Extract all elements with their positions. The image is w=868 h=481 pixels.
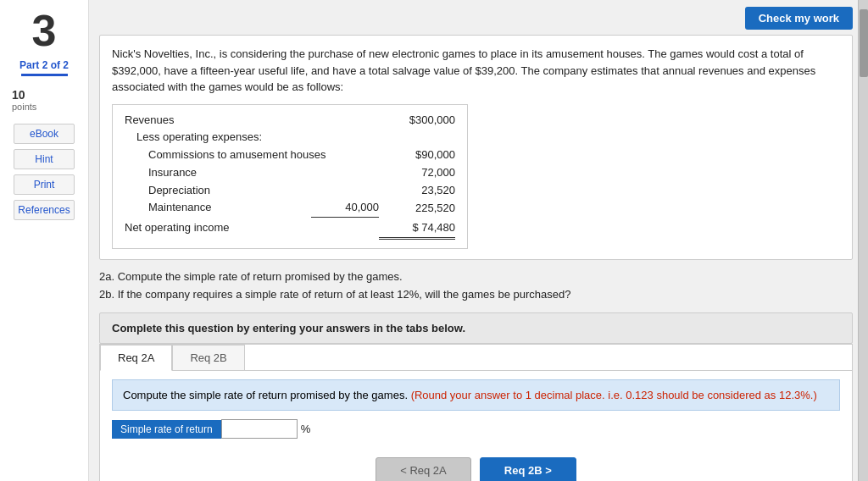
hint-button[interactable]: Hint	[14, 149, 75, 169]
scrollbar-thumb[interactable]	[860, 9, 868, 77]
financial-table: Revenues $300,000 Less operating expense…	[112, 104, 468, 250]
revenues-amount: $300,000	[387, 112, 455, 130]
prev-button[interactable]: < Req 2A	[376, 457, 471, 481]
instruction-line1: 2a. Compute the simple rate of return pr…	[99, 268, 853, 286]
input-label: Simple rate of return	[112, 420, 221, 439]
scrollbar[interactable]	[858, 0, 868, 481]
less-expenses-row: Less operating expenses:	[125, 129, 455, 147]
next-button[interactable]: Req 2B >	[480, 457, 576, 481]
info-red: (Round your answer to 1 decimal place. i…	[411, 389, 817, 401]
print-button[interactable]: Print	[14, 174, 75, 195]
ebook-button[interactable]: eBook	[14, 124, 75, 144]
insurance-row: Insurance 72,000	[125, 164, 455, 182]
problem-box: Nick's Novelties, Inc., is considering t…	[99, 35, 853, 260]
insurance-amount: 72,000	[387, 164, 455, 182]
maintenance-label: Maintenance	[125, 199, 211, 218]
simple-rate-input[interactable]	[221, 419, 298, 439]
info-box: Compute the simple rate of return promis…	[112, 379, 840, 412]
depreciation-label: Depreciation	[125, 182, 210, 200]
less-expenses-label: Less operating expenses:	[125, 129, 262, 147]
points-label: points	[12, 102, 88, 112]
main-content: Check my work Nick's Novelties, Inc., is…	[89, 0, 868, 481]
part-underline	[21, 74, 68, 76]
insurance-label: Insurance	[125, 164, 197, 182]
net-income-label: Net operating income	[125, 219, 230, 240]
references-button[interactable]: References	[14, 200, 75, 220]
depreciation-row: Depreciation 23,520	[125, 182, 455, 200]
tab-req2a[interactable]: Req 2A	[100, 345, 172, 371]
points-section: 10 points	[0, 88, 88, 112]
commissions-label: Commissions to amusement houses	[125, 147, 326, 164]
tabs-container: Req 2A Req 2B Compute the simple rate of…	[99, 344, 853, 481]
total-expenses: 225,520	[387, 200, 455, 218]
percent-unit: %	[301, 423, 311, 435]
net-income-row: Net operating income $ 74,480	[125, 219, 455, 240]
tab-req2b[interactable]: Req 2B	[172, 345, 244, 371]
nav-buttons: < Req 2A Req 2B >	[112, 451, 840, 481]
depreciation-amount: 23,520	[387, 182, 455, 200]
input-row: Simple rate of return %	[112, 419, 840, 439]
question-number: 3	[32, 8, 57, 53]
complete-text: Complete this question by entering your …	[112, 322, 465, 334]
revenues-row: Revenues $300,000	[125, 112, 455, 130]
instructions: 2a. Compute the simple rate of return pr…	[99, 268, 853, 304]
commissions-amount: $90,000	[387, 147, 455, 164]
tab-header: Req 2A Req 2B	[100, 345, 852, 371]
complete-box: Complete this question by entering your …	[99, 312, 853, 344]
commissions-row: Commissions to amusement houses $90,000	[125, 147, 455, 164]
check-my-work-button[interactable]: Check my work	[745, 7, 853, 30]
instruction-line2: 2b. If the company requires a simple rat…	[99, 286, 853, 304]
tab-content-req2a: Compute the simple rate of return promis…	[100, 371, 852, 481]
info-text: Compute the simple rate of return promis…	[123, 389, 408, 401]
revenues-label: Revenues	[125, 112, 175, 130]
net-income-amount: $ 74,480	[379, 219, 455, 240]
maintenance-row: Maintenance 40,000 225,520	[125, 199, 455, 218]
points-number: 10	[12, 88, 88, 102]
maintenance-amount: 40,000	[311, 199, 379, 218]
problem-text: Nick's Novelties, Inc., is considering t…	[112, 46, 840, 96]
top-bar: Check my work	[99, 7, 853, 30]
sidebar: 3 Part 2 of 2 10 points eBook Hint Print…	[0, 0, 89, 481]
part-label: Part 2 of 2	[19, 59, 69, 71]
